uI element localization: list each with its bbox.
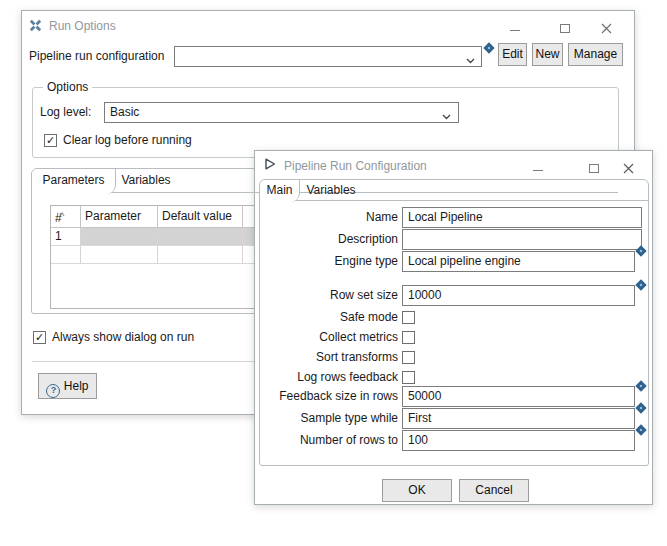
chevron-down-icon xyxy=(442,109,612,123)
collect-metrics-checkbox[interactable] xyxy=(402,331,415,344)
sort-asc-icon: ^ xyxy=(60,206,64,228)
help-icon: ? xyxy=(46,384,60,398)
edit-button[interactable]: Edit xyxy=(498,43,527,66)
description-label: Description xyxy=(260,229,398,250)
sample-type-combo[interactable]: First xyxy=(402,408,635,429)
feedback-size-field[interactable]: 50000 xyxy=(402,386,635,407)
hop-app-icon xyxy=(29,19,42,35)
run-options-title: Run Options xyxy=(49,19,116,33)
log-rows-feedback-checkbox[interactable] xyxy=(402,371,415,384)
help-button[interactable]: ? Help xyxy=(38,373,97,399)
column-header-parameter[interactable]: Parameter xyxy=(81,206,158,228)
safe-mode-label: Safe mode xyxy=(260,307,398,328)
sample-type-label: Sample type while xyxy=(260,408,398,429)
collect-metrics-label: Collect metrics xyxy=(260,327,398,348)
variable-diamond-icon xyxy=(483,42,494,53)
options-group-title: Options xyxy=(43,80,92,95)
engine-type-combo[interactable]: Local pipeline engine xyxy=(402,251,635,272)
manage-button[interactable]: Manage xyxy=(568,43,623,66)
tab-variables[interactable]: Variables xyxy=(116,169,176,193)
column-header-num[interactable]: # ^ xyxy=(51,206,81,228)
variable-diamond-icon xyxy=(635,424,646,435)
sort-transforms-checkbox[interactable] xyxy=(402,351,415,364)
row-set-size-field[interactable]: 10000 xyxy=(402,285,635,306)
description-field[interactable] xyxy=(402,229,642,250)
pipeline-run-config-label: Pipeline run configuration xyxy=(29,46,164,67)
name-label: Name xyxy=(260,207,398,228)
sort-transforms-label: Sort transforms xyxy=(260,347,398,368)
log-rows-feedback-label: Log rows feedback xyxy=(260,367,398,388)
tab-main[interactable]: Main xyxy=(260,180,300,202)
log-level-label: Log level: xyxy=(40,102,91,123)
run-options-titlebar[interactable]: Run Options xyxy=(22,11,634,41)
pipeline-run-configuration-dialog: Pipeline Run Configuration Main Variable… xyxy=(254,150,653,505)
safe-mode-checkbox[interactable] xyxy=(402,311,415,324)
close-icon[interactable] xyxy=(623,163,634,177)
tab-parameters[interactable]: Parameters xyxy=(32,169,116,194)
always-show-label: Always show dialog on run xyxy=(52,327,194,348)
check-icon: ✓ xyxy=(34,332,45,343)
pipeline-config-tabfolder: Main Variables Name Local Pipeline Descr… xyxy=(259,179,649,466)
clear-log-label: Clear log before running xyxy=(63,130,192,151)
tab-variables[interactable]: Variables xyxy=(300,180,362,201)
close-icon[interactable] xyxy=(601,23,612,37)
options-group: Options Log level: Basic ✓ Clear log bef… xyxy=(32,87,619,158)
maximize-icon[interactable] xyxy=(560,24,570,33)
cancel-button[interactable]: Cancel xyxy=(459,479,529,502)
check-icon: ✓ xyxy=(45,135,56,146)
variable-diamond-icon xyxy=(635,279,646,290)
always-show-checkbox[interactable]: ✓ xyxy=(33,331,46,344)
number-of-rows-label: Number of rows to xyxy=(260,430,398,451)
feedback-size-label: Feedback size in rows xyxy=(260,386,398,407)
variable-diamond-icon xyxy=(635,380,646,391)
column-header-default-value[interactable]: Default value xyxy=(158,206,243,228)
variable-diamond-icon xyxy=(635,402,646,413)
clear-log-checkbox[interactable]: ✓ xyxy=(44,134,57,147)
row-set-size-label: Row set size xyxy=(260,285,398,306)
ok-button[interactable]: OK xyxy=(382,479,452,502)
log-level-combo[interactable]: Basic xyxy=(104,102,459,123)
pipeline-run-config-combo[interactable] xyxy=(174,46,482,67)
engine-type-label: Engine type xyxy=(260,251,398,272)
name-field[interactable]: Local Pipeline xyxy=(402,207,642,228)
new-button[interactable]: New xyxy=(532,43,563,66)
number-of-rows-field[interactable]: 100 xyxy=(402,430,635,451)
minimize-icon[interactable] xyxy=(510,30,520,31)
